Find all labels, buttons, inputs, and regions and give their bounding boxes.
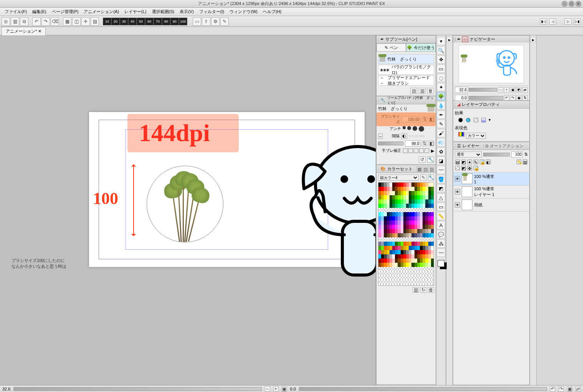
- layer-ref-icon[interactable]: ✦: [467, 160, 472, 164]
- zoom-30[interactable]: 30: [120, 18, 128, 25]
- balloon-icon[interactable]: 💬: [437, 230, 445, 239]
- fill-icon[interactable]: 🪣: [437, 175, 445, 183]
- gradient-icon[interactable]: ◩: [437, 184, 445, 193]
- opacity-slider[interactable]: [483, 153, 510, 156]
- menu-window[interactable]: ウィンドウ(W): [227, 8, 260, 15]
- cs-wrench-icon[interactable]: 🔧: [428, 175, 434, 181]
- deco-icon[interactable]: ✿: [437, 147, 445, 156]
- reset-icon[interactable]: ↺: [419, 156, 426, 163]
- brush-add-icon[interactable]: ▥: [419, 88, 426, 94]
- menu-select[interactable]: 選択範囲(S): [150, 8, 177, 15]
- layer-clip-icon[interactable]: ◩: [461, 160, 466, 164]
- lp-color-icon[interactable]: [481, 118, 486, 122]
- layer-draft-icon[interactable]: ✎: [474, 160, 478, 164]
- zoom-100[interactable]: 100: [179, 18, 187, 25]
- visibility-icon[interactable]: 👁: [455, 176, 460, 181]
- wrench-small-icon[interactable]: 🔧: [427, 156, 434, 163]
- antialias-options[interactable]: [403, 126, 424, 132]
- stabilize-cell[interactable]: [403, 148, 408, 153]
- opacity-input[interactable]: [511, 152, 523, 158]
- close-button[interactable]: ✕: [575, 1, 581, 7]
- cs-view3-icon[interactable]: ▥: [429, 166, 434, 172]
- prev-key-icon[interactable]: ▮◁: [540, 18, 547, 25]
- cs-delete-icon[interactable]: 🗑: [428, 287, 434, 293]
- menu-filter[interactable]: フィルター(I): [197, 8, 226, 15]
- nav-zoom-slider[interactable]: [469, 88, 497, 92]
- flip-icon[interactable]: ⇄: [522, 87, 528, 92]
- status-rotreset-icon[interactable]: ▣: [567, 386, 572, 392]
- cs-add-icon[interactable]: ▥: [413, 287, 419, 293]
- close-tab-icon[interactable]: ✕: [38, 29, 41, 33]
- zoom-80[interactable]: 80: [162, 18, 170, 25]
- rot-cw-icon[interactable]: ↷: [510, 95, 515, 100]
- layer-row[interactable]: 👁 100 %通常 レイヤー 1: [453, 186, 529, 199]
- blend-icon[interactable]: 〰: [437, 166, 445, 174]
- actual-icon[interactable]: ◩: [516, 87, 522, 92]
- zoom-90[interactable]: 90: [170, 18, 179, 25]
- menu-anim[interactable]: アニメーション(A): [81, 8, 121, 15]
- snap-icon[interactable]: ✛: [81, 17, 90, 26]
- menu-file[interactable]: ファイル(F): [2, 8, 29, 15]
- nav-rot-input[interactable]: [455, 95, 468, 101]
- subtool-tab-temp[interactable]: 🌳今だけ使う: [406, 43, 436, 52]
- gap-input[interactable]: [405, 140, 420, 147]
- gap-mode-icon[interactable]: ◐: [401, 133, 407, 139]
- cs-view2-icon[interactable]: ▤: [423, 166, 428, 172]
- zoom-20[interactable]: 20: [111, 18, 120, 25]
- visibility-icon[interactable]: 👁: [455, 189, 460, 194]
- zoom-60[interactable]: 60: [145, 18, 154, 25]
- layer-row[interactable]: 👁 用紙: [453, 199, 529, 212]
- menu-view[interactable]: 表示(V): [177, 8, 196, 15]
- clear-icon[interactable]: ⌫: [51, 17, 59, 26]
- smartphone-icon[interactable]: ▭: [193, 17, 201, 26]
- canvas[interactable]: 144dpi 100: [89, 112, 365, 267]
- colorset-select[interactable]: 箱カラー4: [378, 175, 419, 181]
- gap-slider[interactable]: [378, 142, 403, 145]
- lock-trans-icon[interactable]: [455, 166, 460, 170]
- gap-expand-icon[interactable]: –: [378, 133, 383, 139]
- fit-icon[interactable]: ▣: [510, 87, 515, 92]
- clipstudio-icon[interactable]: ◎: [2, 17, 10, 26]
- lp-color-select[interactable]: カラー: [466, 133, 486, 139]
- marquee-icon[interactable]: ◌: [437, 74, 445, 82]
- brush-tool-icon[interactable]: 🖌: [437, 129, 445, 137]
- move-icon[interactable]: ✥: [437, 55, 445, 64]
- visibility-icon[interactable]: 👁: [455, 202, 460, 208]
- zoom-40[interactable]: 40: [128, 18, 137, 25]
- rot-reset-icon[interactable]: ▣: [516, 95, 522, 100]
- brush-item-rose[interactable]: ❀❀❀ バラのブラシ(モノクロ): [378, 65, 434, 75]
- lp-checker-icon[interactable]: [474, 118, 478, 122]
- line-edit-icon[interactable]: 〰: [437, 249, 445, 257]
- new-icon[interactable]: ▥: [11, 17, 19, 26]
- frame-icon[interactable]: ▭: [437, 203, 445, 211]
- lp-more-icon[interactable]: ▾: [489, 117, 491, 123]
- layer-mask-icon[interactable]: ◐: [486, 160, 491, 164]
- navigator-thumbnail[interactable]: [459, 45, 524, 83]
- canvas-area[interactable]: 144dpi 100: [0, 35, 376, 385]
- redo-icon[interactable]: ↷: [41, 17, 50, 26]
- shape-icon[interactable]: △: [437, 193, 445, 202]
- gap-stepper-icon[interactable]: ⇅: [422, 141, 427, 146]
- layer-row[interactable]: 👁 100 %通常 1: [453, 173, 529, 186]
- cs-replace-icon[interactable]: ↻: [420, 287, 426, 293]
- operation-icon[interactable]: ▭: [437, 64, 445, 73]
- status-zoomin-icon[interactable]: +: [273, 386, 279, 392]
- opacity-stepper-icon[interactable]: ⇅: [524, 152, 528, 157]
- status-zoomout-icon[interactable]: –: [265, 386, 270, 392]
- tree-tool-icon[interactable]: 🌳: [437, 92, 445, 100]
- assist2-icon[interactable]: ✎: [220, 17, 229, 26]
- nav-zoom-input[interactable]: [455, 87, 468, 93]
- lock-all-icon[interactable]: 🔒: [474, 166, 478, 170]
- brush-menu-icon[interactable]: ▤: [410, 88, 417, 94]
- status-rot-slider[interactable]: [299, 387, 547, 391]
- text-icon[interactable]: A: [437, 221, 445, 229]
- color-palette[interactable]: [378, 182, 434, 286]
- eyedropper-icon[interactable]: 💧: [437, 101, 445, 110]
- menu-layer[interactable]: レイヤー(L): [122, 8, 149, 15]
- expand-right-icon[interactable]: ▸: [530, 37, 536, 42]
- eraser-icon[interactable]: ◪: [437, 156, 445, 165]
- blend-mode-select[interactable]: 通常: [455, 152, 482, 158]
- cs-edit-icon[interactable]: ✎: [420, 175, 426, 181]
- next-frame-icon[interactable]: ▷: [565, 18, 571, 25]
- pencil-tool-icon[interactable]: ✎: [437, 120, 445, 128]
